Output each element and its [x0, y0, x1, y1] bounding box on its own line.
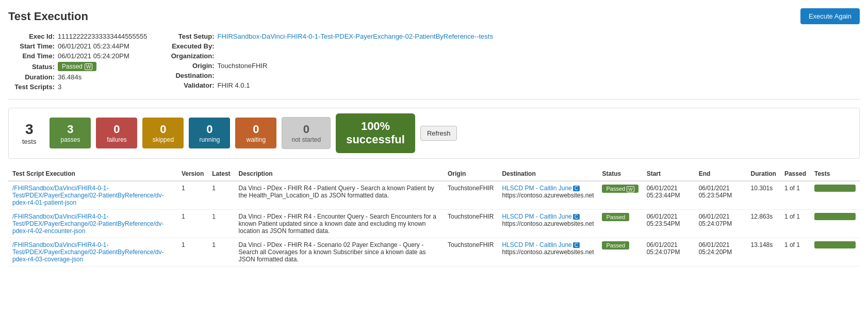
progress-bar-container	[814, 185, 856, 192]
stat-not-started-num: 0	[291, 123, 321, 136]
td-origin: TouchstoneFHIR	[444, 238, 498, 266]
status-badge: Passed	[602, 241, 629, 250]
col-tests: Tests	[810, 167, 860, 181]
test-scripts-value: 3	[58, 83, 61, 91]
duration-row: Duration: 36.484s	[8, 73, 148, 81]
test-setup-link[interactable]: FHIRSandbox-DaVinci-FHIR4-0-1-Test-PDEX-…	[218, 32, 493, 40]
td-status: Passed	[598, 209, 642, 238]
td-description: Da Vinci - PDex - FHIR R4 - Encounter Qu…	[235, 209, 444, 238]
dest-url: https://contoso.azurewebsites.net	[502, 248, 594, 256]
executed-by-row: Executed By:	[168, 42, 493, 50]
stat-not-started-label: not started	[291, 136, 321, 143]
validator-row: Validator: FHIR 4.0.1	[168, 81, 493, 89]
td-end: 06/01/2021 05:23:54PM	[695, 181, 747, 210]
col-end: End	[695, 167, 747, 181]
stat-skipped-label: skipped	[152, 136, 174, 143]
page-header: Test Execution Execute Again	[8, 8, 860, 24]
td-description: Da Vinci - PDex - FHIR R4 - Scenario 02 …	[235, 238, 444, 266]
script-link[interactable]: /FHIRSandbox/DaVinci/FHIR4-0-1-Test/PDEX…	[12, 241, 173, 263]
success-pct: 100%	[346, 120, 405, 133]
organization-row: Organization:	[168, 52, 493, 60]
execute-again-button[interactable]: Execute Again	[800, 8, 860, 24]
stat-running-num: 0	[198, 123, 221, 136]
td-start: 06/01/2021 05:24:07PM	[643, 238, 695, 266]
col-start: Start	[643, 167, 695, 181]
col-duration: Duration	[747, 167, 780, 181]
stat-total-label: tests	[22, 138, 36, 145]
col-script: Test Script Execution	[8, 167, 177, 181]
td-start: 06/01/2021 05:23:54PM	[643, 209, 695, 238]
stat-failures: 0 failures	[96, 118, 137, 148]
progress-bar-container	[814, 241, 856, 248]
script-link[interactable]: /FHIRSandbox/DaVinci/FHIR4-0-1-Test/PDEX…	[12, 213, 173, 235]
td-status: PassedW	[598, 181, 642, 210]
col-version: Version	[177, 167, 208, 181]
dest-link[interactable]: HLSCD PM - Caitlin JuneC	[502, 241, 580, 248]
status-badge: Passed	[602, 213, 629, 221]
td-start: 06/01/2021 05:23:44PM	[643, 181, 695, 210]
status-row: Status: Passed W	[8, 62, 148, 71]
td-destination: HLSCD PM - Caitlin JuneChttps://contoso.…	[498, 181, 598, 210]
td-script: /FHIRSandbox/DaVinci/FHIR4-0-1-Test/PDEX…	[8, 209, 177, 238]
stat-passes-num: 3	[59, 123, 81, 136]
td-destination: HLSCD PM - Caitlin JuneChttps://contoso.…	[498, 238, 598, 266]
test-setup-row: Test Setup: FHIRSandbox-DaVinci-FHIR4-0-…	[168, 32, 493, 40]
w-badge: W	[627, 186, 634, 192]
stat-skipped: 0 skipped	[142, 118, 184, 148]
table-body: /FHIRSandbox/DaVinci/FHIR4-0-1-Test/PDEX…	[8, 181, 860, 267]
stat-passes: 3 passes	[50, 118, 91, 148]
refresh-button[interactable]: Refresh	[420, 126, 457, 141]
test-setup-label: Test Setup:	[168, 32, 215, 40]
dest-link[interactable]: HLSCD PM - Caitlin JuneC	[502, 185, 580, 192]
progress-bar-fill	[814, 213, 856, 220]
table-row: /FHIRSandbox/DaVinci/FHIR4-0-1-Test/PDEX…	[8, 181, 860, 210]
test-scripts-row: Test Scripts: 3	[8, 83, 148, 91]
end-time-value: 06/01/2021 05:24:20PM	[58, 52, 129, 60]
td-origin: TouchstoneFHIR	[444, 209, 498, 238]
td-tests	[810, 238, 860, 266]
stat-total-num: 3	[22, 121, 36, 138]
stat-failures-label: failures	[105, 136, 128, 143]
start-time-value: 06/01/2021 05:23:44PM	[58, 42, 129, 50]
col-status: Status	[598, 167, 642, 181]
stats-bar: 3 tests 3 passes 0 failures 0 skipped 0 …	[8, 108, 860, 159]
td-destination: HLSCD PM - Caitlin JuneChttps://contoso.…	[498, 209, 598, 238]
progress-bar-fill	[814, 241, 856, 248]
script-link[interactable]: /FHIRSandbox/DaVinci/FHIR4-0-1-Test/PDEX…	[12, 185, 173, 206]
end-time-label: End Time:	[8, 52, 55, 60]
td-tests	[810, 209, 860, 238]
duration-value: 36.484s	[58, 73, 81, 81]
td-passed: 1 of 1	[780, 238, 810, 266]
stat-waiting-label: waiting	[244, 136, 267, 143]
exec-id-row: Exec Id: 111122222333333444555555	[8, 32, 148, 40]
end-time-row: End Time: 06/01/2021 05:24:20PM	[8, 52, 148, 60]
table-row: /FHIRSandbox/DaVinci/FHIR4-0-1-Test/PDEX…	[8, 238, 860, 266]
origin-value: TouchstoneFHIR	[218, 62, 268, 70]
validator-label: Validator:	[168, 81, 215, 89]
td-latest: 1	[208, 238, 234, 266]
col-description: Description	[235, 167, 444, 181]
td-description: Da Vinci - PDex - FHIR R4 - Patient Quer…	[235, 181, 444, 210]
meta-left: Exec Id: 111122222333333444555555 Start …	[8, 32, 148, 91]
td-status: Passed	[598, 238, 642, 266]
status-label: Status:	[8, 63, 55, 71]
dest-url: https://contoso.azurewebsites.net	[502, 192, 594, 199]
stat-running-label: running	[198, 136, 221, 143]
td-latest: 1	[208, 181, 234, 210]
td-passed: 1 of 1	[780, 181, 810, 210]
td-end: 06/01/2021 05:24:20PM	[695, 238, 747, 266]
stat-passes-label: passes	[59, 136, 81, 143]
stat-skipped-num: 0	[152, 123, 174, 136]
origin-row: Origin: TouchstoneFHIR	[168, 62, 493, 70]
td-latest: 1	[208, 209, 234, 238]
duration-label: Duration:	[8, 73, 55, 81]
status-w-badge: W	[85, 63, 92, 70]
stat-running: 0 running	[189, 118, 230, 148]
dest-link[interactable]: HLSCD PM - Caitlin JuneC	[502, 213, 580, 220]
destination-label: Destination:	[168, 72, 215, 79]
page-title: Test Execution	[8, 10, 88, 23]
status-badge: PassedW	[602, 185, 638, 193]
td-passed: 1 of 1	[780, 209, 810, 238]
td-duration: 13.148s	[747, 238, 780, 266]
validator-value: FHIR 4.0.1	[218, 81, 250, 89]
